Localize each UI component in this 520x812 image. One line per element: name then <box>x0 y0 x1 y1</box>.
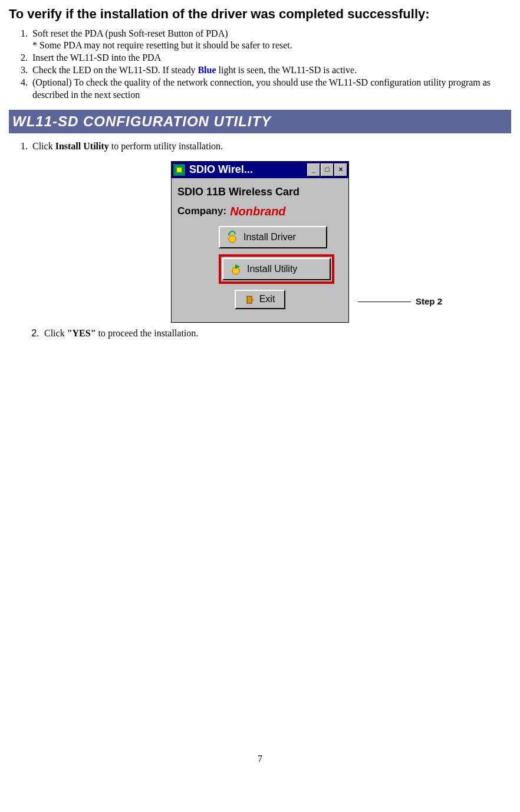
config-item-1: Click Install Utility to perform utility… <box>30 140 511 153</box>
install-utility-row: Install Utility <box>219 254 343 284</box>
gear-refresh-icon <box>226 231 239 244</box>
config-item-1-suffix: to perform utility installation. <box>109 141 223 151</box>
company-label: Company: <box>177 205 226 218</box>
svg-rect-6 <box>247 296 252 303</box>
install-driver-label: Install Driver <box>243 231 296 244</box>
verify-item-3-prefix: Check the LED on the WL11-SD. If steady <box>32 65 198 75</box>
dialog-body: SDIO 11B Wireless Card Company: Nonbrand… <box>172 178 348 322</box>
verify-item-1: Soft reset the PDA (push Soft-reset Butt… <box>30 28 511 53</box>
callout-label: Step 2 <box>416 296 442 307</box>
verify-list: Soft reset the PDA (push Soft-reset Butt… <box>9 28 511 102</box>
install-driver-row: Install Driver <box>219 226 343 248</box>
exit-button[interactable]: Exit <box>235 290 286 309</box>
company-value: Nonbrand <box>230 204 285 219</box>
installer-window: SDIO Wirel... _ □ × SDIO 11B Wireless Ca… <box>171 161 349 323</box>
dialog-heading: SDIO 11B Wireless Card <box>177 183 343 204</box>
verify-item-1-line2: * Some PDA may not require resetting but… <box>32 40 292 50</box>
maximize-button[interactable]: □ <box>321 163 334 176</box>
verify-heading: To verify if the installation of the dri… <box>9 6 511 23</box>
verify-item-1-line1: Soft reset the PDA (push Soft-reset Butt… <box>32 28 228 38</box>
config-item-2-prefix: Click <box>44 328 67 338</box>
page-number: 7 <box>9 753 511 765</box>
verify-item-2: Insert the WL11-SD into the PDA <box>30 52 511 64</box>
svg-rect-1 <box>177 168 182 172</box>
verify-item-4: (Optional) To check the quality of the n… <box>30 77 511 102</box>
config-item-2: Click "YES" to proceed the installation. <box>42 328 511 340</box>
gear-play-icon <box>229 263 242 276</box>
exit-row: Exit <box>177 290 343 309</box>
minimize-button[interactable]: _ <box>307 163 320 176</box>
close-button[interactable]: × <box>334 163 347 176</box>
window-title: SDIO Wirel... <box>188 163 307 176</box>
install-utility-label: Install Utility <box>247 263 297 276</box>
callout-line <box>358 302 411 302</box>
config-item-2-suffix: to proceed the installation. <box>96 328 199 338</box>
callout: Step 2 <box>358 296 442 307</box>
verify-item-3-blue: Blue <box>198 65 216 75</box>
app-icon <box>173 163 186 176</box>
window-controls: _ □ × <box>307 163 347 176</box>
door-exit-icon <box>245 295 255 304</box>
window-titlebar: SDIO Wirel... _ □ × <box>172 162 348 178</box>
company-row: Company: Nonbrand <box>177 204 343 219</box>
screenshot-figure: SDIO Wirel... _ □ × SDIO 11B Wireless Ca… <box>9 161 511 323</box>
svg-point-2 <box>229 235 236 243</box>
config-item-2-bold: "YES" <box>67 328 96 338</box>
config-item-1-bold: Install Utility <box>55 141 109 151</box>
config-item-1-prefix: Click <box>32 141 55 151</box>
svg-rect-7 <box>252 299 254 301</box>
highlight-frame: Install Utility <box>219 254 334 284</box>
install-driver-button[interactable]: Install Driver <box>219 226 327 248</box>
verify-item-3-suffix: light is seen, the WL11-SD is active. <box>216 65 357 75</box>
exit-label: Exit <box>259 293 275 306</box>
verify-item-3: Check the LED on the WL11-SD. If steady … <box>30 64 511 77</box>
install-utility-button[interactable]: Install Utility <box>222 258 331 280</box>
section-header: WL11-SD CONFIGURATION UTILITY <box>9 110 511 133</box>
config-list: Click Install Utility to perform utility… <box>9 140 511 153</box>
config-list-2: Click "YES" to proceed the installation. <box>9 328 511 340</box>
